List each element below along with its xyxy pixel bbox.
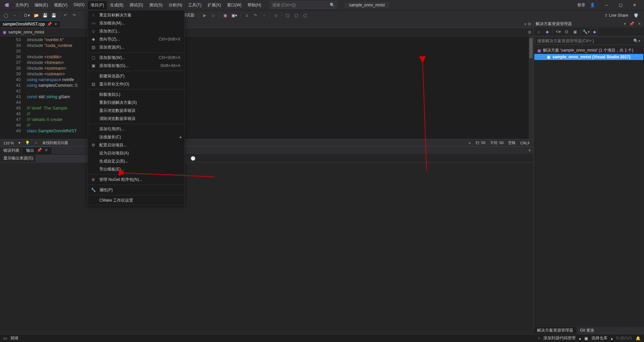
pin-icon[interactable]: 📌: [37, 148, 42, 153]
wrench-icon[interactable]: 🔧▾: [582, 28, 590, 36]
menu-edit[interactable]: 编辑(E): [32, 1, 51, 9]
undo-button[interactable]: ↶: [62, 12, 69, 19]
home-icon[interactable]: ⌂: [535, 28, 542, 36]
nav-back-button[interactable]: ◯: [2, 12, 9, 19]
login-link[interactable]: 登录: [577, 2, 585, 8]
menu-item[interactable]: ⊕管理 NuGet 程序包(N)...: [88, 176, 184, 184]
scrollbar-vertical[interactable]: [529, 36, 533, 139]
clock-icon[interactable]: 🕐: [189, 155, 197, 162]
menu-item[interactable]: 添加引用(R)...: [88, 125, 184, 133]
close-icon[interactable]: ✕: [637, 21, 642, 26]
menu-item[interactable]: 连接服务(C)▸: [88, 133, 184, 141]
settings-icon[interactable]: ◆: [591, 28, 598, 36]
start-no-debug-button[interactable]: ▷: [210, 12, 217, 19]
step-over-button[interactable]: ↷: [252, 12, 259, 19]
tab-error-list[interactable]: 错误列表: [0, 147, 23, 154]
crlf-info[interactable]: CRLF: [520, 141, 530, 145]
expand-icon[interactable]: ▸: [540, 55, 544, 59]
window2-icon[interactable]: ▢: [292, 12, 300, 19]
source-control-label[interactable]: 添加到源代码管理: [543, 335, 576, 341]
menu-item[interactable]: ◇添加类(C)...: [88, 27, 184, 35]
new-project-button[interactable]: 🗋▾: [22, 13, 31, 18]
menu-item[interactable]: ▭添加模块(M)...: [88, 19, 184, 27]
panel-dropdown-icon[interactable]: ▾: [529, 148, 531, 153]
repo-label[interactable]: 选择仓库: [591, 335, 607, 341]
search-box[interactable]: 搜索 (Ctrl+Q) 🔍: [270, 1, 337, 9]
menu-item[interactable]: 导出模板(E)...: [88, 165, 184, 173]
close-icon[interactable]: ✕: [45, 148, 48, 153]
col-info[interactable]: 字符: 50: [490, 140, 503, 145]
admin-icon[interactable]: 🛡️: [634, 13, 639, 18]
zoom-dd-icon[interactable]: ▾: [18, 141, 20, 145]
bell-icon[interactable]: 🔔: [636, 336, 641, 341]
menu-item[interactable]: 🔧属性(P): [88, 186, 184, 194]
sync-icon[interactable]: ⟲▾: [554, 28, 562, 36]
process-dd[interactable]: ▣▾: [230, 13, 238, 18]
split-icon[interactable]: ⊞: [526, 30, 533, 35]
maximize-button[interactable]: ▢: [614, 1, 627, 9]
menu-item[interactable]: 重新扫描解决方案(S): [88, 98, 184, 107]
menu-project[interactable]: 项目(P): [88, 1, 107, 9]
start-button[interactable]: ▶: [201, 12, 208, 19]
menu-item[interactable]: 生成自定义(B)...: [88, 157, 184, 165]
menu-tools[interactable]: 工具(T): [185, 1, 204, 9]
solution-search[interactable]: 搜索解决方案资源管理器(Ctrl+;) 🔍▾: [535, 37, 643, 45]
menu-debug[interactable]: 调试(D): [127, 1, 146, 9]
pin-icon[interactable]: 📌: [628, 21, 635, 26]
scope-file-dropdown[interactable]: ▣ sample_onnx_mnist: [0, 29, 47, 35]
minimize-button[interactable]: ─: [600, 1, 613, 9]
toolbox-icon[interactable]: ▣: [221, 12, 229, 19]
menu-item[interactable]: CMake 工作区设置: [88, 196, 184, 204]
step-into-button[interactable]: ↴: [243, 12, 250, 19]
close-tab-icon[interactable]: ✕: [54, 22, 57, 26]
menu-item[interactable]: 清除浏览数据库错误: [88, 115, 184, 123]
line-info[interactable]: 行: 59: [476, 140, 485, 145]
editor-tab-active[interactable]: sampleOnnxMNIST.cpp 📌 ✕: [0, 20, 60, 27]
nav-fwd-button[interactable]: →: [11, 12, 18, 19]
tab-output[interactable]: 输出 📌 ✕: [23, 147, 51, 154]
menu-item[interactable]: 显示浏览数据库错误: [88, 107, 184, 115]
zoom-level[interactable]: 110 %: [3, 141, 14, 145]
tab-git-changes[interactable]: Git 更改: [577, 327, 598, 334]
open-button[interactable]: 📂: [33, 12, 40, 19]
collapse-icon[interactable]: ⊟: [563, 28, 570, 36]
output-content[interactable]: [0, 163, 533, 334]
tab-gear-icon[interactable]: ⚙: [528, 22, 531, 26]
lightbulb-icon[interactable]: 💡: [25, 141, 30, 145]
menu-item[interactable]: 设为启动项目(A): [88, 149, 184, 157]
menu-item[interactable]: ⚙配置启动项目...: [88, 141, 184, 149]
save-all-button[interactable]: 💾: [50, 12, 57, 19]
menu-file[interactable]: 文件(F): [13, 1, 31, 9]
menu-analyze[interactable]: 分析(N): [166, 1, 185, 9]
solution-root-node[interactable]: ▣ 解决方案 'sample_onnx_mnist' (1 个项目，共 1 个): [534, 47, 643, 54]
menu-window[interactable]: 窗口(W): [224, 1, 244, 9]
code-editor[interactable]: 5334353637383940414243444546474849 #incl…: [0, 36, 533, 139]
tab-dropdown-icon[interactable]: ▾: [524, 22, 526, 26]
liveshare-label[interactable]: Live Share: [609, 13, 628, 18]
user-icon[interactable]: 👤: [590, 3, 595, 7]
vs-icon[interactable]: ◆: [543, 28, 551, 36]
menu-item[interactable]: ↑重定目标解决方案: [88, 11, 184, 19]
menu-item[interactable]: ▤显示所有文件(O): [88, 80, 184, 88]
menu-item[interactable]: ▣添加现有项(G)...Shift+Alt+A: [88, 62, 184, 70]
output-icon[interactable]: ▭: [3, 336, 7, 341]
menu-item[interactable]: ◆类向导(Z)...Ctrl+Shift+X: [88, 35, 184, 43]
window3-icon[interactable]: ▢: [301, 12, 309, 19]
menu-item[interactable]: 新建筛选器(F): [88, 72, 184, 80]
close-button[interactable]: ✕: [628, 1, 641, 9]
show-all-icon[interactable]: ▣: [571, 28, 579, 36]
spaces-info[interactable]: 空格: [508, 140, 516, 145]
project-node[interactable]: ▸ ▣ sample_onnx_mnist (Visual Studio 201…: [534, 54, 643, 60]
menu-extensions[interactable]: 扩展(X): [205, 1, 224, 9]
tab-solution-explorer[interactable]: 解决方案资源管理器: [534, 327, 577, 334]
menu-build[interactable]: 生成(B): [107, 1, 126, 9]
window-icon[interactable]: ▢: [284, 12, 291, 19]
redo-button[interactable]: ↷: [70, 12, 78, 19]
step-out-button[interactable]: ↑: [260, 12, 268, 19]
save-button[interactable]: 💾: [41, 12, 49, 19]
menu-item[interactable]: ▢添加新项(W)...Ctrl+Shift+A: [88, 54, 184, 62]
menu-view[interactable]: 视图(V): [51, 1, 70, 9]
nav-prev-icon[interactable]: ▹: [469, 141, 471, 145]
breakpoint-icon[interactable]: ◇: [272, 12, 279, 19]
menu-item[interactable]: ▤添加资源(R)...: [88, 43, 184, 51]
